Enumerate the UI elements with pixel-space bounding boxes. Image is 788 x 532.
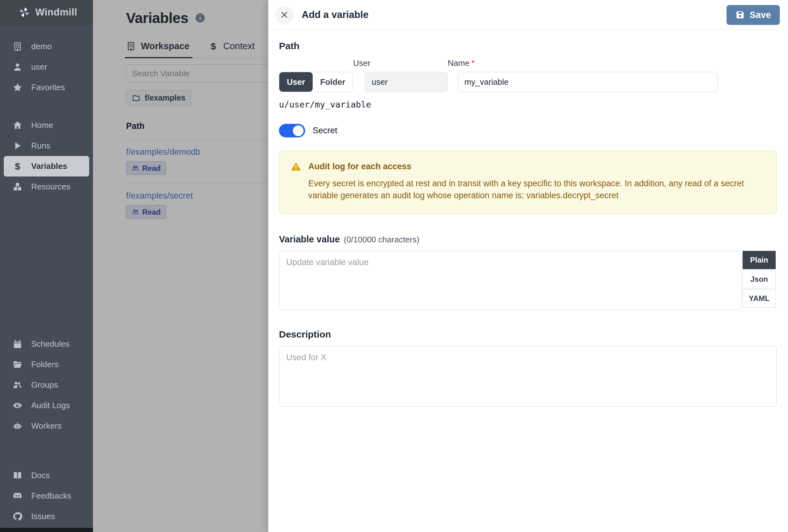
warning-icon: [291, 161, 301, 172]
sidebar-nav-group: Home Runs $ Variables Resources: [0, 107, 93, 204]
folder-chip-label: f/examples: [145, 93, 185, 102]
sidebar-item-label: Home: [31, 120, 53, 130]
sidebar-item-docs[interactable]: Docs: [0, 465, 93, 486]
sidebar-item-runs[interactable]: Runs: [0, 136, 93, 156]
toggle-knob: [293, 125, 303, 136]
windmill-logo-icon: [18, 6, 30, 18]
page-title: Variables: [126, 9, 189, 26]
badge-label: Read: [142, 164, 161, 173]
play-icon: [13, 141, 22, 151]
sidebar-item-demo[interactable]: demo: [0, 36, 93, 57]
drawer-body: Path User Folder User Name* u/user/my_va…: [268, 30, 788, 407]
secret-row: Secret: [279, 124, 777, 137]
description-heading: Description: [279, 329, 777, 340]
sidebar-item-groups[interactable]: Groups: [0, 375, 93, 395]
full-path-preview: u/user/my_variable: [279, 100, 777, 110]
folder-filter-chip[interactable]: f/examples: [126, 90, 191, 105]
required-mark: *: [472, 58, 475, 68]
sidebar-item-user[interactable]: user: [0, 57, 93, 77]
sidebar-item-workers[interactable]: Workers: [0, 416, 93, 436]
variable-path-link[interactable]: f/examples/demodb: [126, 147, 200, 157]
drawer-title: Add a variable: [302, 9, 369, 20]
sidebar-footer-group: Docs Feedbacks Issues: [0, 458, 93, 528]
read-permission-badge[interactable]: Read: [126, 205, 166, 219]
name-field: Name*: [448, 58, 718, 92]
users-icon: [132, 164, 139, 172]
sidebar-item-label: Favorites: [31, 83, 65, 92]
read-permission-badge[interactable]: Read: [126, 161, 166, 175]
tab-label: Context: [223, 41, 255, 52]
name-field-input[interactable]: [458, 72, 718, 92]
sidebar-item-label: Groups: [31, 380, 58, 390]
owner-kind-user-button[interactable]: User: [279, 72, 313, 92]
sidebar-item-home[interactable]: Home: [0, 115, 93, 136]
sidebar-item-folders[interactable]: Folders: [0, 354, 93, 375]
sidebar-item-variables[interactable]: $ Variables: [4, 156, 89, 177]
warning-body: Every secret is encrypted at rest and in…: [308, 177, 757, 202]
variable-value-section: Variable value (0/10000 characters) Plai…: [279, 234, 777, 310]
sidebar-item-issues[interactable]: Issues: [0, 506, 93, 527]
app-name: Windmill: [35, 7, 77, 18]
close-drawer-button[interactable]: [275, 6, 293, 24]
sidebar-item-label: Schedules: [31, 339, 70, 349]
badge-label: Read: [142, 208, 161, 217]
user-field-label: User: [353, 58, 448, 68]
save-icon: [735, 10, 745, 20]
app-logo[interactable]: Windmill: [0, 0, 93, 25]
tab-context[interactable]: $ Context: [208, 41, 255, 58]
sidebar-item-label: Runs: [31, 141, 51, 151]
robot-icon: [13, 421, 22, 431]
add-variable-drawer: Add a variable Save Path User Folder Use…: [268, 0, 788, 532]
description-textarea[interactable]: [279, 346, 777, 407]
format-tab-yaml[interactable]: YAML: [743, 289, 776, 308]
folder-icon: [132, 94, 140, 102]
users-icon: [132, 208, 139, 216]
sidebar-item-label: Docs: [31, 471, 50, 480]
save-button-label: Save: [750, 10, 771, 20]
user-icon: [13, 62, 22, 72]
building-icon: [13, 42, 22, 52]
sidebar-item-label: Issues: [31, 512, 55, 521]
variable-path-link[interactable]: f/examples/secret: [126, 191, 193, 201]
home-icon: [13, 120, 22, 130]
github-icon: [13, 512, 22, 521]
user-field: User: [353, 58, 448, 92]
tab-workspace[interactable]: Workspace: [126, 41, 190, 58]
sidebar-item-audit-logs[interactable]: Audit Logs: [0, 395, 93, 416]
star-icon: [13, 83, 22, 92]
sidebar-bottom-strip: [0, 528, 93, 532]
format-tab-plain[interactable]: Plain: [743, 251, 776, 269]
user-field-input[interactable]: [365, 72, 448, 92]
close-icon: [280, 11, 289, 19]
value-format-tabs: Plain Json YAML: [743, 251, 776, 309]
variable-value-textarea[interactable]: [279, 251, 742, 310]
format-tab-json[interactable]: Json: [743, 270, 776, 288]
sidebar-item-favorites[interactable]: Favorites: [0, 77, 93, 98]
secret-toggle[interactable]: [279, 124, 305, 137]
sidebar-item-label: Workers: [31, 421, 61, 431]
drawer-header: Add a variable Save: [268, 0, 788, 30]
sidebar-item-schedules[interactable]: Schedules: [0, 334, 93, 354]
dollar-icon: $: [13, 161, 22, 171]
sidebar-item-label: Folders: [31, 360, 59, 369]
tab-label: Workspace: [141, 41, 190, 52]
path-form: User Folder User Name*: [279, 58, 777, 92]
variable-value-heading: Variable value: [279, 234, 340, 244]
sidebar-item-label: Variables: [31, 161, 67, 171]
users-gear-icon: [13, 380, 22, 390]
sidebar-workspace-group: demo user Favorites: [0, 25, 93, 107]
folder-open-icon: [13, 360, 22, 369]
name-field-label: Name*: [448, 58, 718, 68]
discord-icon: [13, 491, 22, 501]
owner-kind-toggle: User Folder: [279, 72, 353, 92]
dollar-icon: $: [208, 41, 218, 51]
eye-icon: [13, 400, 22, 410]
sidebar-item-feedbacks[interactable]: Feedbacks: [0, 486, 93, 506]
info-icon[interactable]: [195, 13, 205, 23]
sidebar-secondary-group: Schedules Folders Groups Audit Logs Work…: [0, 326, 93, 444]
calendar-icon: [13, 339, 22, 349]
save-button[interactable]: Save: [727, 5, 780, 25]
owner-kind-folder-button[interactable]: Folder: [313, 72, 353, 92]
sidebar-item-resources[interactable]: Resources: [0, 177, 93, 197]
audit-log-warning: Audit log for each access Every secret i…: [279, 151, 777, 214]
